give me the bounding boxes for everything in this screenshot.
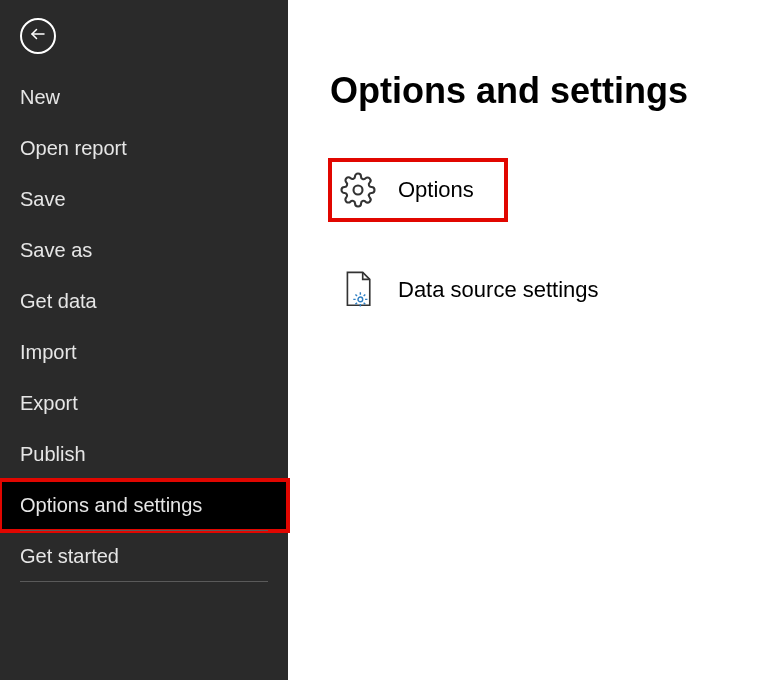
menu-item-options-and-settings[interactable]: Options and settings xyxy=(0,480,288,531)
menu-label: Get data xyxy=(20,290,97,312)
menu-item-save-as[interactable]: Save as xyxy=(0,225,288,276)
menu-label: Options and settings xyxy=(20,494,202,516)
menu-label: Get started xyxy=(20,545,119,567)
back-button[interactable] xyxy=(20,18,56,54)
data-source-label: Data source settings xyxy=(398,277,599,303)
options-and-settings-panel: Options and settings Options Data source… xyxy=(288,0,761,680)
arrow-left-icon xyxy=(29,25,47,47)
panel-title: Options and settings xyxy=(330,70,731,112)
options-item[interactable]: Options xyxy=(330,160,506,220)
options-label: Options xyxy=(398,177,474,203)
menu-item-export[interactable]: Export xyxy=(0,378,288,429)
menu-label: Save as xyxy=(20,239,92,261)
menu-label: Export xyxy=(20,392,78,414)
menu-label: Publish xyxy=(20,443,86,465)
menu-label: Save xyxy=(20,188,66,210)
svg-point-2 xyxy=(358,297,363,302)
menu-label: Import xyxy=(20,341,77,363)
file-menu-sidebar: New Open report Save Save as Get data Im… xyxy=(0,0,288,680)
gear-icon xyxy=(338,170,378,210)
menu-item-import[interactable]: Import xyxy=(0,327,288,378)
file-gear-icon xyxy=(338,270,378,310)
menu-item-get-started[interactable]: Get started xyxy=(0,531,288,582)
menu-item-get-data[interactable]: Get data xyxy=(0,276,288,327)
menu-item-save[interactable]: Save xyxy=(0,174,288,225)
menu-item-new[interactable]: New xyxy=(0,72,288,123)
menu-item-publish[interactable]: Publish xyxy=(0,429,288,480)
app-layout: New Open report Save Save as Get data Im… xyxy=(0,0,761,680)
svg-point-1 xyxy=(354,186,363,195)
file-menu: New Open report Save Save as Get data Im… xyxy=(0,72,288,582)
data-source-settings-item[interactable]: Data source settings xyxy=(330,260,607,320)
menu-label: Open report xyxy=(20,137,127,159)
menu-item-open-report[interactable]: Open report xyxy=(0,123,288,174)
menu-label: New xyxy=(20,86,60,108)
